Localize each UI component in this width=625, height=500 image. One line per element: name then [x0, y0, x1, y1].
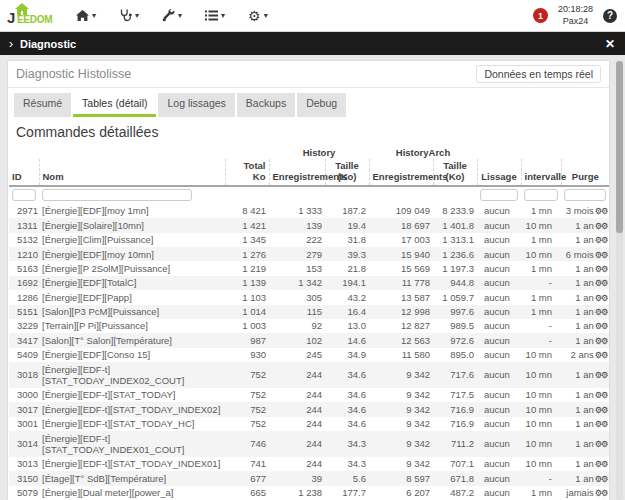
col-id[interactable]: ID [9, 159, 39, 186]
cell-purge: 1 an⚙⚙ [561, 305, 609, 319]
cell-purge: 1 an⚙⚙ [561, 333, 609, 347]
purge-cogs-icon[interactable]: ⚙⚙ [595, 459, 607, 469]
cell-hist_taille: 34.3 [325, 457, 369, 471]
chevron-right-icon[interactable]: › [9, 38, 13, 50]
cell-hist_taille: 21.8 [325, 261, 369, 275]
cell-intervalle: 10 mn [521, 457, 561, 471]
col-intervalle[interactable]: intervalle [521, 159, 561, 186]
purge-cogs-icon[interactable]: ⚙⚙ [595, 405, 607, 415]
purge-cogs-icon[interactable]: ⚙⚙ [595, 419, 607, 429]
purge-cogs-icon[interactable]: ⚙⚙ [595, 221, 607, 231]
col-hist-enregistrements[interactable]: Enregistrements [269, 159, 325, 186]
table-row: 3417[Salon][T° Salon][Température]987102… [9, 333, 609, 347]
tab-debug[interactable]: Debug [297, 93, 346, 117]
menu-analysis[interactable]: ▾ [119, 9, 139, 22]
logo-letter: J [7, 9, 15, 26]
cell-arch_taille: 487.2 [433, 486, 477, 500]
cell-arch_enr: 13 587 [369, 290, 433, 304]
cell-lissage: aucun [477, 218, 521, 232]
filter-nom-input[interactable] [42, 189, 192, 201]
purge-cogs-icon[interactable]: ⚙⚙ [595, 264, 607, 274]
cell-id: 5409 [9, 348, 39, 362]
cell-arch_enr: 12 998 [369, 305, 433, 319]
chevron-down-icon: ▾ [178, 12, 182, 20]
tab-tables-detail[interactable]: Tables (détail) [73, 93, 156, 117]
purge-cogs-icon[interactable]: ⚙⚙ [595, 321, 607, 331]
cell-hist_taille: 39.3 [325, 247, 369, 261]
col-total-ko[interactable]: Total Ko [225, 159, 269, 186]
purge-cogs-icon[interactable]: ⚙⚙ [595, 350, 607, 360]
cell-hist_taille: 34.9 [325, 348, 369, 362]
col-nom[interactable]: Nom [39, 159, 225, 186]
cell-id: 3417 [9, 333, 39, 347]
tab-log-lissages[interactable]: Log lissages [158, 93, 234, 117]
cell-arch_enr: 9 342 [369, 388, 433, 402]
scrollbar-thumb[interactable] [616, 61, 623, 233]
purge-cogs-icon[interactable]: ⚙⚙ [595, 474, 607, 484]
cell-hist_enr: 222 [269, 233, 325, 247]
cell-intervalle: 10 mn [521, 362, 561, 388]
purge-value: 1 an [575, 220, 594, 231]
cell-purge: 1 an⚙⚙ [561, 276, 609, 290]
purge-cogs-icon[interactable]: ⚙⚙ [595, 278, 607, 288]
purge-cogs-icon[interactable]: ⚙⚙ [595, 439, 607, 449]
col-arch-enregistrements[interactable]: Enregistrements [369, 159, 433, 186]
cell-lissage: aucun [477, 261, 521, 275]
filter-intervalle-input[interactable] [524, 189, 558, 201]
scrollbar-track[interactable] [616, 61, 623, 500]
cell-arch_enr: 12 827 [369, 319, 433, 333]
help-icon[interactable]: ? [603, 9, 617, 23]
menu-settings[interactable]: ⚙ ▾ [248, 9, 268, 23]
purge-cogs-icon[interactable]: ⚙⚙ [595, 235, 607, 245]
realtime-data-button[interactable]: Données en temps réel [476, 65, 601, 83]
table-row: 3018[Énergie][EDF-t]​[STAT_TODAY_INDEX02… [9, 362, 609, 388]
cell-purge: 1 an⚙⚙ [561, 261, 609, 275]
table-row: 5079[Énergie][Dual meter][power_a]6651 2… [9, 486, 609, 500]
cell-nom: [Salon][P3 PcM][Puissance] [39, 305, 225, 319]
purge-cogs-icon[interactable]: ⚙⚙ [595, 390, 607, 400]
cell-nom: [Énergie][EDF][TotalC] [39, 276, 225, 290]
cell-purge: 2 ans⚙⚙ [561, 348, 609, 362]
table-row: 5132[Énergie][Clim][Puissance]1 34522231… [9, 233, 609, 247]
cell-purge: 1 an⚙⚙ [561, 233, 609, 247]
cell-hist_taille: 5.6 [325, 471, 369, 485]
commands-table: History HistoryArch ID Nom Total Ko Enre… [9, 145, 609, 500]
purge-value: 1 an [575, 418, 594, 429]
filter-id-input[interactable] [12, 189, 36, 201]
purge-value: 3 mois [566, 205, 594, 216]
jeedom-logo[interactable]: J EEDOM [6, 3, 58, 29]
purge-cogs-icon[interactable]: ⚙⚙ [595, 488, 607, 498]
cell-purge: 1 an⚙⚙ [561, 402, 609, 416]
close-icon[interactable]: ✕ [605, 37, 615, 51]
menu-home[interactable]: ▾ [76, 10, 96, 22]
purge-cogs-icon[interactable]: ⚙⚙ [595, 250, 607, 260]
cell-arch_enr: 109 049 [369, 204, 433, 218]
filter-lissage-input[interactable] [480, 189, 518, 201]
filter-purge-input[interactable] [564, 189, 606, 201]
menu-tools[interactable]: ▾ [162, 9, 182, 22]
cell-hist_enr: 153 [269, 261, 325, 275]
cell-arch_taille: 997.6 [433, 305, 477, 319]
cell-intervalle: 10 mn [521, 247, 561, 261]
cell-total_ko: 752 [225, 388, 269, 402]
cell-intervalle: 10 mn [521, 218, 561, 232]
purge-cogs-icon[interactable]: ⚙⚙ [595, 370, 607, 380]
cell-id: 3150 [9, 471, 39, 485]
cell-id: 1210 [9, 247, 39, 261]
col-lissage[interactable]: Lissage [477, 159, 521, 186]
cell-total_ko: 1 421 [225, 218, 269, 232]
purge-value: 2 ans [571, 349, 594, 360]
purge-cogs-icon[interactable]: ⚙⚙ [595, 293, 607, 303]
cell-id: 3229 [9, 319, 39, 333]
purge-cogs-icon[interactable]: ⚙⚙ [595, 307, 607, 317]
col-purge[interactable]: Purge [561, 159, 609, 186]
menu-summary[interactable]: ▾ [205, 10, 225, 21]
purge-cogs-icon[interactable]: ⚙⚙ [595, 206, 607, 216]
tab-resume[interactable]: Résumé [14, 93, 71, 117]
purge-cogs-icon[interactable]: ⚙⚙ [595, 336, 607, 346]
notification-badge[interactable]: 1 [533, 8, 548, 23]
tab-backups[interactable]: Backups [237, 93, 295, 117]
cell-purge: 1 an⚙⚙ [561, 290, 609, 304]
cell-arch_enr: 15 569 [369, 261, 433, 275]
cell-arch_enr: 15 940 [369, 247, 433, 261]
